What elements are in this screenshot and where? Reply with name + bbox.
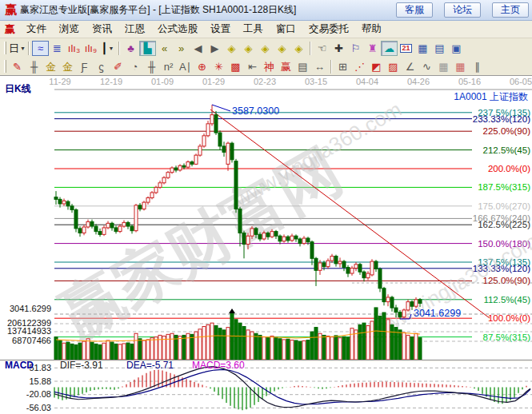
marker-pencil-tool[interactable]: ✐	[110, 59, 126, 74]
home-button[interactable]: 主页	[492, 2, 529, 18]
menu-item-2[interactable]: 资讯	[86, 21, 118, 38]
prev-bar-button[interactable]: ◀	[190, 41, 206, 56]
volume-bar	[358, 324, 362, 360]
toolbar-grip[interactable]	[4, 60, 6, 73]
fib-grid-icon: Ƒ	[82, 62, 88, 72]
candle-style-button[interactable]: ┃▼	[99, 41, 116, 56]
price-grid-tool[interactable]: ╫	[143, 59, 160, 74]
candle-body	[418, 300, 422, 304]
spiral-tool[interactable]: ϛ	[93, 59, 110, 74]
forum-button[interactable]: 论坛	[444, 2, 481, 18]
golden-band-tool[interactable]: 金	[59, 59, 76, 74]
volume-bar	[270, 336, 274, 360]
menu-item-4[interactable]: 公式选股	[151, 21, 204, 38]
bars-3-button[interactable]: ılı₃	[66, 41, 82, 56]
win-grid-tool[interactable]: 赢	[278, 59, 294, 74]
menu-item-1[interactable]: 浏览	[53, 21, 86, 38]
hand-tool-button[interactable]: ☜	[314, 41, 330, 56]
last-page-button[interactable]: »	[173, 41, 190, 56]
time-grid-tool[interactable]: ╫	[26, 59, 42, 74]
date-tick: 06-05	[510, 77, 532, 86]
next-bar-button[interactable]: ▶	[206, 41, 223, 56]
volume-bar	[150, 338, 154, 360]
volume-bar	[262, 337, 266, 360]
trend-wave-button[interactable]: ≈	[32, 41, 49, 56]
candle-body	[282, 237, 286, 241]
calculator-button[interactable]: ▦	[414, 41, 431, 56]
menu-item-3[interactable]: 江恩	[118, 21, 151, 38]
service-button[interactable]: 客服	[396, 2, 433, 18]
tools-castle-button[interactable]: ♜	[364, 41, 381, 56]
first-page-button[interactable]: «	[156, 41, 173, 56]
price-box-tool[interactable]: ⊞	[334, 59, 351, 74]
crosshair-button[interactable]: ✚	[330, 41, 347, 56]
calculator-icon: ▦	[418, 43, 427, 54]
stamp-button[interactable]: ♣	[122, 41, 139, 56]
zoom-in-button[interactable]: ◈	[240, 41, 257, 56]
save-button[interactable]: ▣	[448, 41, 465, 56]
report-button[interactable]: ▤	[431, 41, 448, 56]
expand-button[interactable]: ◈	[274, 41, 290, 56]
window-title: 赢家江恩专业版[赢家服务平台] - [上证指数 SH1A0001-128日K线]	[20, 3, 385, 17]
brain-cloud-button[interactable]: ☁	[381, 41, 398, 56]
text-note-tool[interactable]: A∣	[177, 59, 194, 74]
gann-web-icon: ✳	[214, 62, 223, 72]
menu-item-9[interactable]: 帮助	[355, 21, 388, 38]
zoom-out-button[interactable]: ◈	[223, 41, 240, 56]
gann-wheel-tool[interactable]: ⊕	[194, 59, 210, 74]
gann-web-tool[interactable]: ✳	[210, 59, 227, 74]
candle-body	[386, 297, 390, 302]
menu-item-5[interactable]: 设置	[204, 21, 237, 38]
angle-measure-tool[interactable]: ⇤	[244, 59, 261, 74]
grid-gray-tool[interactable]: ▦	[435, 59, 452, 74]
info-panel-button[interactable]: ≣	[49, 41, 66, 56]
volume-bar	[338, 338, 342, 360]
volume-bar	[226, 328, 230, 360]
candle-style-icon: ┃	[102, 43, 108, 54]
bars-9-button[interactable]: ılı₉	[82, 41, 99, 56]
toolbar-grip[interactable]	[4, 42, 6, 54]
volume-bar	[94, 344, 98, 360]
menu-item-0[interactable]: 文件	[20, 21, 53, 38]
gann-pencil-tool[interactable]: ✎	[9, 59, 26, 74]
volume-bar	[334, 336, 338, 360]
compress-button[interactable]: ◈	[257, 41, 274, 56]
golden-section-tool[interactable]: 金	[42, 59, 59, 74]
chart-canvas[interactable]: 11-2912-1901-0901-2902-2303-1504-0404-26…	[0, 76, 532, 414]
color-chart-button[interactable]: ▙	[139, 41, 156, 56]
gann-fan-box-tool[interactable]: ◩	[368, 59, 385, 74]
square-nine-tool[interactable]: n²	[160, 59, 177, 74]
gann-level-label: 225.0%(90)	[483, 126, 531, 136]
menu-item-7[interactable]: 窗口	[270, 21, 302, 38]
calendar-button[interactable]: 21	[398, 41, 414, 56]
candle-body	[258, 234, 262, 239]
toolbar-row2: ✎╫金金Ƒϛ✐◔╫n²A∣⊕✳▩⇤神赢▤↔⊞⋰◩▨∠∿▦▦∥	[0, 58, 532, 76]
ruler-123-tool[interactable]: ▤	[294, 59, 311, 74]
parallel-lines-tool[interactable]: ∥	[469, 59, 486, 74]
grid-red-tool[interactable]: ▦	[452, 59, 469, 74]
volume-bar	[202, 327, 206, 360]
menu-item-8[interactable]: 交易委托	[302, 21, 355, 38]
gann-box-web-tool[interactable]: ▩	[227, 59, 244, 74]
volume-bar	[122, 344, 126, 360]
polyline-flag-button[interactable]: ⚐	[347, 41, 364, 56]
gann-rays-box-tool[interactable]: ▨	[385, 59, 402, 74]
volume-bar	[402, 332, 406, 360]
gann-level-label: 175.0%(270)	[478, 201, 530, 211]
shen-grid-tool[interactable]: 神	[261, 59, 278, 74]
full-view-button[interactable]: ◈	[290, 41, 307, 56]
fib-grid-tool[interactable]: Ƒ	[76, 59, 93, 74]
period-day-button[interactable]: 日▼	[9, 41, 26, 56]
angle-lines-icon: ∠	[406, 62, 415, 72]
candle-body	[250, 229, 254, 236]
angle-lines-tool[interactable]: ∠	[402, 59, 418, 74]
width-measure-tool[interactable]: ↔	[311, 59, 328, 74]
period-label: 日K线	[5, 83, 31, 94]
volume-bar	[214, 325, 218, 360]
menu-item-6[interactable]: 工具	[237, 21, 270, 38]
candle-body	[342, 261, 346, 267]
candle-body	[298, 239, 302, 244]
zigzag-check-tool[interactable]: ∿	[418, 59, 435, 74]
fan-lines-tool[interactable]: ⋰	[351, 59, 368, 74]
cycle-clock-tool[interactable]: ◔	[126, 59, 143, 74]
